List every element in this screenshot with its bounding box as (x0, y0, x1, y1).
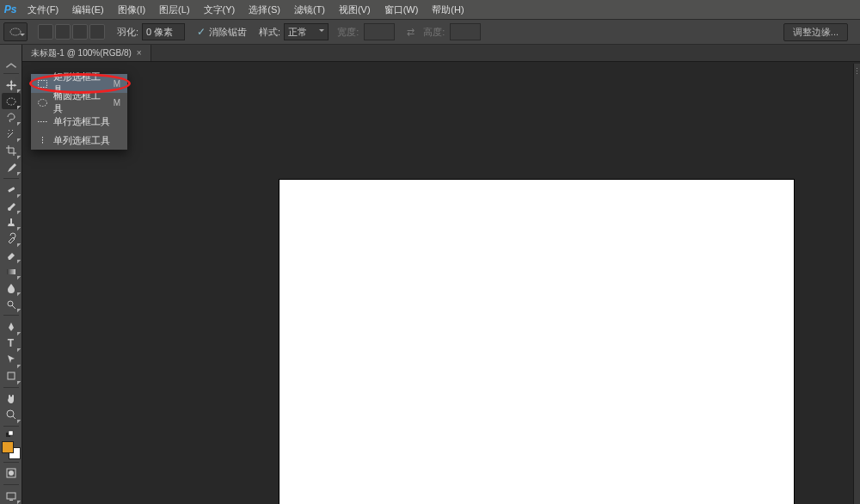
flyout-item-label: 单行选框工具 (53, 115, 115, 128)
blur-tool[interactable] (2, 280, 21, 296)
history-brush-tool[interactable] (2, 230, 21, 247)
flyout-col-marquee[interactable]: 单列选框工具 (31, 131, 127, 150)
marquee-flyout-menu: 矩形选框工具 M 椭圆选框工具 M 单行选框工具 单列选框工具 (31, 74, 127, 150)
tool-preset-picker[interactable] (3, 22, 28, 41)
menu-view[interactable]: 视图(V) (332, 0, 378, 19)
height-label: 高度: (423, 26, 445, 39)
menu-filter[interactable]: 滤镜(T) (287, 0, 332, 19)
antialias-check[interactable]: ✓ 消除锯齿 (197, 26, 247, 39)
selmode-intersect[interactable] (89, 24, 105, 40)
svg-point-6 (7, 410, 14, 417)
clone-stamp-tool[interactable] (2, 214, 21, 230)
flyout-shortcut: M (114, 98, 122, 108)
menu-help[interactable]: 帮助(H) (425, 0, 470, 19)
rect-marquee-icon (36, 80, 48, 88)
default-colors-icon[interactable] (2, 429, 21, 439)
tool-palette: T (0, 45, 22, 504)
app-logo: Ps (0, 0, 21, 19)
eraser-tool[interactable] (2, 247, 21, 263)
crop-tool[interactable] (2, 142, 21, 158)
col-marquee-icon (36, 137, 48, 144)
collapse-handle[interactable] (2, 62, 21, 71)
svg-rect-2 (8, 187, 15, 193)
pen-tool[interactable] (2, 318, 21, 335)
svg-rect-8 (9, 431, 13, 435)
magic-wand-tool[interactable] (2, 126, 21, 142)
menu-edit[interactable]: 编辑(E) (65, 0, 111, 19)
svg-point-14 (38, 99, 46, 106)
style-label: 样式: (259, 26, 280, 39)
lasso-tool[interactable] (2, 109, 21, 126)
svg-point-10 (9, 470, 14, 476)
svg-rect-13 (38, 80, 46, 87)
color-swatches[interactable] (2, 441, 21, 459)
ellipse-marquee-icon (36, 99, 48, 107)
width-input (364, 23, 395, 40)
document-tab[interactable]: 未标题-1 @ 100%(RGB/8) × (22, 45, 151, 61)
document-canvas[interactable] (280, 180, 794, 504)
style-select[interactable]: 正常 (284, 23, 329, 40)
flyout-item-label: 单列选框工具 (53, 134, 115, 147)
feather-input[interactable] (142, 23, 185, 40)
type-tool[interactable]: T (2, 335, 21, 352)
flyout-shortcut: M (114, 79, 122, 89)
svg-point-1 (7, 98, 15, 105)
menu-type[interactable]: 文字(Y) (197, 0, 243, 19)
eyedropper-tool[interactable] (2, 159, 21, 175)
menu-bar: Ps 文件(F) 编辑(E) 图像(I) 图层(L) 文字(Y) 选择(S) 滤… (0, 0, 860, 19)
svg-point-0 (10, 28, 21, 35)
selmode-add[interactable] (55, 24, 71, 40)
menu-window[interactable]: 窗口(W) (378, 0, 426, 19)
flyout-row-marquee[interactable]: 单行选框工具 (31, 112, 127, 131)
zoom-tool[interactable] (2, 407, 21, 423)
menu-image[interactable]: 图像(I) (111, 0, 152, 19)
right-dock-handle[interactable] (853, 64, 860, 504)
healing-brush-tool[interactable] (2, 181, 21, 198)
swap-wh-icon: ⇄ (407, 27, 415, 38)
brush-tool[interactable] (2, 198, 21, 214)
flyout-ellipse-marquee[interactable]: 椭圆选框工具 M (31, 93, 127, 112)
row-marquee-icon (36, 118, 48, 126)
gradient-tool[interactable] (2, 263, 21, 280)
document-tabbar: 未标题-1 @ 100%(RGB/8) × (22, 45, 860, 62)
work-area: 未标题-1 @ 100%(RGB/8) × (0, 45, 860, 504)
svg-rect-11 (7, 493, 15, 499)
selmode-new[interactable] (38, 24, 53, 40)
check-icon: ✓ (197, 26, 206, 38)
hand-tool[interactable] (2, 390, 21, 407)
svg-rect-3 (7, 269, 15, 274)
move-tool[interactable] (2, 77, 21, 93)
selection-mode-group (38, 24, 105, 40)
width-label: 宽度: (337, 26, 359, 39)
options-bar: 羽化: ✓ 消除锯齿 样式: 正常 宽度: ⇄ 高度: 调整边缘... (0, 19, 860, 45)
screenmode-toggle[interactable] (2, 488, 21, 504)
canvas-viewport[interactable] (22, 62, 860, 504)
svg-rect-5 (8, 372, 15, 379)
document-tab-title: 未标题-1 @ 100%(RGB/8) (31, 47, 132, 59)
menu-file[interactable]: 文件(F) (21, 0, 65, 19)
selmode-subtract[interactable] (72, 24, 88, 40)
feather-label: 羽化: (117, 26, 138, 39)
path-select-tool[interactable] (2, 352, 21, 368)
marquee-tool[interactable] (2, 93, 21, 109)
svg-rect-12 (9, 500, 13, 501)
menu-layer[interactable]: 图层(L) (152, 0, 196, 19)
foreground-color-swatch[interactable] (2, 441, 14, 453)
menu-select[interactable]: 选择(S) (242, 0, 287, 19)
refine-edge-button[interactable]: 调整边缘... (783, 23, 848, 41)
shape-tool[interactable] (2, 368, 21, 384)
antialias-label: 消除锯齿 (209, 26, 247, 39)
height-input (450, 23, 481, 40)
dodge-tool[interactable] (2, 296, 21, 312)
close-icon[interactable]: × (137, 48, 142, 58)
quickmask-toggle[interactable] (2, 465, 21, 482)
